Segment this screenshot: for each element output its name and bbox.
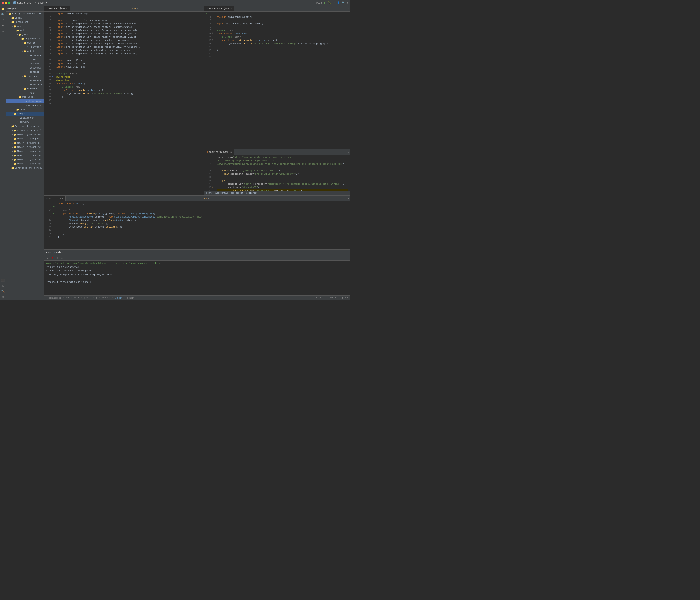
tab-student-java[interactable]: ☕ Student.java ✕ (44, 6, 70, 12)
debug-button[interactable]: 🐛 (328, 1, 331, 5)
sidebar-item-maven-jakarta[interactable]: ▶ 📁 Maven: jakarta.annotatio (6, 133, 44, 137)
account-icon[interactable]: 👤 (337, 1, 340, 4)
main-java-code[interactable]: public class Main { new * public static … (56, 201, 350, 249)
breadcrumb-main[interactable]: main (74, 297, 79, 299)
run-icon[interactable]: ▶ (0, 23, 5, 28)
more-button[interactable]: ⋯ (333, 1, 335, 4)
minimize-button[interactable] (5, 2, 7, 4)
sidebar-item-config[interactable]: ▾ 📁 config (6, 41, 44, 45)
sidebar-item-maven-spring3[interactable]: ▶ 📁 Maven: org.springframew (6, 153, 44, 158)
sidebar-item-external-libraries[interactable]: ▾ 📁 External Libraries (6, 124, 44, 128)
bottom-panel-icon[interactable]: ▤ (0, 294, 5, 299)
sidebar-item-entity[interactable]: ▾ 📁 entity (6, 49, 44, 53)
branch-selector[interactable]: ⑂ master ▾ (34, 1, 47, 4)
tab-main-java[interactable]: ☕ Main.java ✕ (44, 196, 66, 201)
run-tab-label[interactable]: ▶ Run (46, 251, 52, 254)
terminal-icon[interactable]: ⬛ (0, 278, 5, 283)
sidebar-item-test-properties[interactable]: ▶ p test.properties (6, 103, 44, 107)
sidebar-item-application-xml[interactable]: ▶ x application.xml (6, 99, 44, 103)
close-button[interactable] (2, 2, 4, 4)
run-button[interactable]: ▶ (324, 1, 326, 5)
student-java-editor[interactable]: 678910 1112131415 1617181920 2122232425 … (44, 12, 204, 195)
sidebar-item-resources[interactable]: ▾ 📁 resources (6, 95, 44, 99)
tab-student-aop[interactable]: ☕ StudentAOP.java ✕ (204, 6, 234, 12)
sidebar-item-scratches[interactable]: ▶ 📁 Scratches and Consoles (6, 166, 44, 170)
expand-icon[interactable]: ▾ (208, 197, 209, 200)
sidebar-item-corretto[interactable]: ▶ 📁 < corretto-17 > /Users/e (6, 128, 44, 133)
debug-icon[interactable]: ⬡ (0, 28, 5, 33)
sidebar-item-pom-xml[interactable]: ▶ x pom.xml (6, 120, 44, 124)
breadcrumb-aop-aspect[interactable]: aop:aspect (231, 192, 243, 194)
sidebar-item-service[interactable]: ▾ 📁 service (6, 87, 44, 91)
tab-close-button[interactable]: ✕ (230, 7, 232, 10)
sidebar-item-maven-spring4[interactable]: ▶ 📁 Maven: org.springframew (6, 158, 44, 162)
editor-menu-button[interactable]: ⋯ (346, 151, 350, 153)
sidebar-menu-icon[interactable]: ⋯ (41, 7, 43, 10)
search-icon[interactable]: 🔍 (342, 1, 345, 4)
breadcrumb-aop-config[interactable]: aop:config (215, 192, 228, 194)
sidebar-item-src[interactable]: ▾ 📁 src (6, 24, 44, 28)
build-icon[interactable]: 🔨 (0, 289, 5, 294)
sidebar-item-gitignore[interactable]: ▶ G .gitignore (6, 116, 44, 120)
breadcrumb-method[interactable]: ⊙ main (127, 297, 134, 299)
breadcrumb-example[interactable]: example (101, 297, 110, 299)
sidebar-item-java[interactable]: ▾ 📁 java (6, 32, 44, 37)
breadcrumb-src[interactable]: src (66, 297, 69, 299)
editor-menu-button[interactable]: ⋯ (346, 7, 350, 10)
sidebar-item-springtest-root[interactable]: ▾ 📁 SpringTest ~/Desktop/CS/... (6, 12, 44, 16)
editor-menu-button[interactable]: ⋯ (346, 197, 350, 200)
tab-close-button[interactable]: ✕ (66, 7, 68, 10)
sidebar-item-mainconf[interactable]: ▶ C MainConf (6, 45, 44, 49)
breadcrumb-class[interactable]: ☕ Main (115, 297, 122, 299)
tab-close-button[interactable]: ✕ (230, 151, 232, 153)
student-java-code[interactable]: import lombok.ToString; import org.examp… (55, 12, 204, 195)
sidebar-item-class[interactable]: ▶ C Class (6, 57, 44, 62)
sidebar-tree[interactable]: ▾ 📁 SpringTest ~/Desktop/CS/... ▶ 📁 .ide… (6, 12, 44, 300)
tab-close-button[interactable]: ✕ (62, 251, 64, 254)
run-config-tab[interactable]: ☕ Main ✕ (54, 251, 64, 254)
settings-icon[interactable]: ⚙ (347, 1, 348, 4)
student-aop-code[interactable]: package org.example.entity; import org.a… (215, 15, 350, 149)
more-button[interactable]: ⋯ (70, 256, 74, 260)
editor-menu-button[interactable]: ⋯ (200, 7, 204, 10)
sidebar-item-org-example[interactable]: ▾ 📁 org.example (6, 37, 44, 41)
breadcrumb-java[interactable]: java (83, 297, 89, 299)
breadcrumb-beans[interactable]: beans (206, 192, 212, 194)
sidebar-item-maven-spring5[interactable]: ▶ 📁 Maven: org.springframew (6, 162, 44, 166)
sidebar-item-idea[interactable]: ▶ 📁 .idea (6, 16, 44, 20)
sidebar-item-listener[interactable]: ▾ 📁 listener (6, 74, 44, 78)
tab-application-xml[interactable]: x application.xml ✕ (204, 149, 234, 155)
find-icon[interactable]: 🔍 (0, 12, 5, 17)
sidebar-item-maven-aspectj[interactable]: ▶ 📁 Maven: org.aspectj:aspe (6, 137, 44, 141)
vcs-icon[interactable]: ⑂ (0, 18, 5, 23)
application-xml-editor[interactable]: 56789 1011121314 151617 (204, 155, 350, 191)
sidebar-item-testeven[interactable]: ▶ C TestEven (6, 78, 44, 82)
breadcrumb-org[interactable]: org (93, 297, 97, 299)
sidebar-item-maven-lombok[interactable]: ▶ 📁 Maven: org.projectlombo (6, 141, 44, 145)
maximize-button[interactable] (8, 2, 10, 4)
stop-button[interactable]: ■ (50, 256, 54, 260)
sidebar-item-maven-spring1[interactable]: ▶ 📁 Maven: org.springframew (6, 145, 44, 149)
sidebar-item-student[interactable]: ▶ C Student (6, 62, 44, 66)
pause-button[interactable]: ⏸ (55, 256, 59, 260)
main-java-editor[interactable]: 1516171819 202122232425 ▶ ▶ public class… (44, 201, 350, 249)
breadcrumb-aop-after[interactable]: aop:after (246, 192, 257, 194)
sidebar-item-test[interactable]: ▶ 📁 test (6, 107, 44, 112)
sidebar-item-artteach[interactable]: ▶ C ArtTeach (6, 53, 44, 57)
project-icon[interactable]: 📁 (0, 7, 5, 12)
resume-button[interactable]: ▶ (60, 256, 64, 260)
problems-icon[interactable]: ⚠ (0, 283, 5, 288)
sidebar-item-main[interactable]: ▾ 📁 main (6, 28, 44, 32)
application-xml-code[interactable]: emaLocation="http://www.springframework.… (215, 155, 350, 191)
sidebar-item-testliste[interactable]: ▶ C TestListe (6, 82, 44, 87)
more-tools-icon[interactable]: ⋯ (0, 34, 5, 39)
sidebar-item-service-main[interactable]: ▶ C Main (6, 91, 44, 95)
sidebar-item-studentaop[interactable]: ▶ C StudentA (6, 66, 44, 70)
expand-warnings-icon[interactable]: ▾ (137, 7, 139, 10)
sidebar-item-target[interactable]: ▾ 📁 target (6, 112, 44, 116)
sidebar-item-maven-spring2[interactable]: ▶ 📁 Maven: org.springframew (6, 149, 44, 153)
student-aop-editor[interactable]: 56789 1011121314 151617 @ @ (204, 15, 350, 149)
tab-close-button[interactable]: ✕ (62, 197, 63, 199)
sidebar-item-springtest[interactable]: ▾ 📁 SpringTest (6, 20, 44, 24)
restart-button[interactable]: ↺ (45, 256, 49, 260)
